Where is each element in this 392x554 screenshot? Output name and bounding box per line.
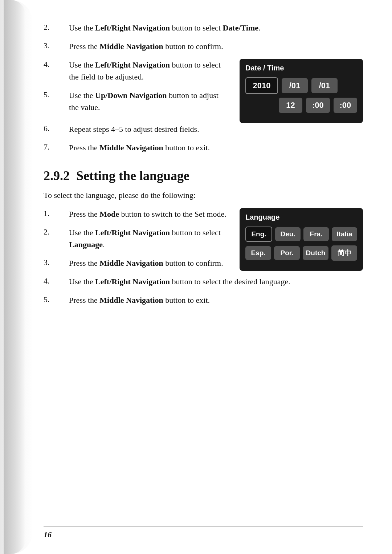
lang-esp-btn[interactable]: Esp. <box>245 246 271 260</box>
lang-item-4: 4. Use the Left/Right Navigation button … <box>44 276 363 288</box>
language-text-col: 1. Press the Mode button to switch to th… <box>44 208 229 276</box>
lang-item-5: 5. Press the Middle Navigation button to… <box>44 294 363 306</box>
item-number: 5. <box>44 89 69 99</box>
list-item-2: 2. Use the Left/Right Navigation button … <box>44 22 363 34</box>
item-text: Press the Middle Navigation button to ex… <box>69 142 363 154</box>
lang-dutch-btn[interactable]: Dutch <box>303 246 328 260</box>
datetime-text-col: 4. Use the Left/Right Navigation button … <box>44 59 229 120</box>
list-item-4: 4. Use the Left/Right Navigation button … <box>44 59 229 83</box>
lang-eng-btn[interactable]: Eng. <box>245 227 272 242</box>
item-text: Press the Middle Navigation button to co… <box>69 40 363 52</box>
datetime-title: Date / Time <box>245 64 357 72</box>
datetime-row2: 12 :00 :00 <box>245 98 357 113</box>
item-text: Use the Left/Right Navigation button to … <box>69 276 363 288</box>
lang-item-1: 1. Press the Mode button to switch to th… <box>44 208 229 220</box>
section-title: Setting the language <box>76 168 189 183</box>
list-item-3: 3. Press the Middle Navigation button to… <box>44 40 363 52</box>
year-btn[interactable]: 2010 <box>245 77 278 94</box>
item-number: 5. <box>44 294 69 304</box>
lang-item-2: 2. Use the Left/Right Navigation button … <box>44 227 229 250</box>
item-number: 2. <box>44 22 69 32</box>
language-widget: Language Eng. Deu. Fra. Italia Esp. Por.… <box>240 208 363 271</box>
lang-italia-btn[interactable]: Italia <box>332 227 357 241</box>
minute-btn[interactable]: :00 <box>306 98 330 113</box>
item-number: 3. <box>44 40 69 50</box>
section-intro: To select the language, please do the fo… <box>44 191 363 200</box>
datetime-ui-panel: Date / Time 2010 /01 /01 12 :00 :00 <box>240 59 363 123</box>
lang-deu-btn[interactable]: Deu. <box>275 227 301 241</box>
item-text: Press the Middle Navigation button to ex… <box>69 294 363 306</box>
datetime-row1: 2010 /01 /01 <box>245 77 357 94</box>
language-section: 1. Press the Mode button to switch to th… <box>44 208 363 276</box>
item-text: Press the Mode button to switch to the S… <box>69 208 229 220</box>
language-ui-panel: Language Eng. Deu. Fra. Italia Esp. Por.… <box>240 208 363 271</box>
item-text: Use the Left/Right Navigation button to … <box>69 22 363 34</box>
item-number: 1. <box>44 208 69 218</box>
section-heading-292: 2.9.2 Setting the language <box>44 168 363 183</box>
item-number: 4. <box>44 276 69 286</box>
item-text: Press the Middle Navigation button to co… <box>69 257 229 269</box>
lang-por-btn[interactable]: Por. <box>274 246 300 260</box>
item-number: 2. <box>44 227 69 237</box>
list-item-6: 6. Repeat steps 4–5 to adjust desired fi… <box>44 123 363 135</box>
language-row1: Eng. Deu. Fra. Italia <box>245 227 357 242</box>
item-text: Repeat steps 4–5 to adjust desired field… <box>69 123 363 135</box>
language-row2: Esp. Por. Dutch 简中 <box>245 245 357 261</box>
item-text: Use the Left/Right Navigation button to … <box>69 59 229 83</box>
list-item-7: 7. Press the Middle Navigation button to… <box>44 142 363 154</box>
lang-item-3: 3. Press the Middle Navigation button to… <box>44 257 229 269</box>
month-btn[interactable]: /01 <box>282 78 308 93</box>
item-text: Use the Up/Down Navigation button to adj… <box>69 89 229 113</box>
section-number: 2.9.2 <box>44 168 76 183</box>
item-number: 4. <box>44 59 69 69</box>
item-number: 3. <box>44 257 69 267</box>
page-footer: 16 <box>44 526 363 539</box>
lang-fra-btn[interactable]: Fra. <box>303 227 329 241</box>
datetime-section: 4. Use the Left/Right Navigation button … <box>44 59 363 123</box>
lang-chinese-btn[interactable]: 简中 <box>331 245 357 261</box>
datetime-widget: Date / Time 2010 /01 /01 12 :00 :00 <box>240 59 363 123</box>
item-number: 6. <box>44 123 69 133</box>
item-number: 7. <box>44 142 69 152</box>
list-item-5: 5. Use the Up/Down Navigation button to … <box>44 89 229 113</box>
second-btn[interactable]: :00 <box>334 98 357 113</box>
page-number: 16 <box>44 530 52 539</box>
hour-btn[interactable]: 12 <box>279 98 302 113</box>
item-text: Use the Left/Right Navigation button to … <box>69 227 229 250</box>
day-btn[interactable]: /01 <box>311 78 338 93</box>
language-title: Language <box>245 213 357 221</box>
